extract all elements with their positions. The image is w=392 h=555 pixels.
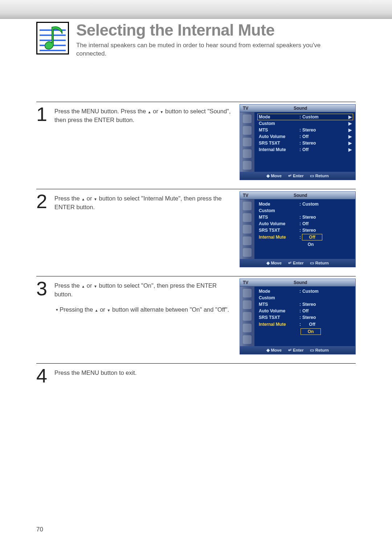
up-arrow-icon: ▲	[81, 197, 85, 201]
osd-row-mts: MTS : Stereo ▶	[257, 127, 353, 133]
down-arrow-icon: ▼	[107, 308, 110, 312]
osd-screenshot-3: TV Sound Mode:Custom Custom MTS:Stereo A…	[240, 279, 356, 355]
osd-row-mts: MTS:Stereo	[257, 214, 353, 220]
osd-row-auto-volume: Auto Volume:Off	[257, 220, 353, 227]
up-arrow-icon: ▲	[81, 284, 85, 288]
side-icon	[243, 149, 252, 158]
side-icon	[243, 126, 252, 135]
osd-row-internal-mute: Internal Mute : Off	[257, 234, 353, 241]
osd-row-on-option: On	[257, 328, 353, 335]
osd-screenshot-2: TV Sound Mode:Custom Custom MTS:Stereo A…	[240, 191, 356, 267]
osd-row-srs: SRS TSXT:Stereo	[257, 314, 353, 321]
up-arrow-icon: ▲	[95, 308, 98, 312]
step-text: Press the MENU button to exit.	[54, 366, 356, 377]
osd-title: Sound	[248, 106, 352, 111]
step-number: 2	[36, 191, 54, 211]
down-arrow-icon: ▼	[94, 284, 97, 288]
osd-row-srs: SRS TSXT : Stereo ▶	[257, 140, 353, 146]
step-1: 1 Press the MENU button. Press the ▲ or …	[36, 102, 356, 180]
osd-row-mode: Mode : Custom ▶	[257, 114, 353, 120]
step-text: Press the ▲ or ▼ button to select "Inter…	[54, 191, 240, 212]
footer-return: Return	[310, 173, 328, 178]
up-arrow-icon: ▲	[148, 110, 151, 114]
side-icon	[243, 138, 252, 146]
osd-row-mts: MTS:Stereo	[257, 301, 353, 308]
side-icon	[243, 161, 252, 170]
step-3: 3 Press the ▲ or ▼ button to select "On"…	[36, 276, 356, 355]
page-number: 70	[36, 526, 43, 533]
step-2: 2 Press the ▲ or ▼ button to select "Int…	[36, 189, 356, 267]
step-text: Press the ▲ or ▼ button to select "On", …	[54, 279, 240, 314]
osd-row-custom: Custom	[257, 207, 353, 214]
osd-row-internal-mute: Internal Mute : Off ▶	[257, 146, 353, 153]
osd-row-internal-mute: Internal Mute : Off	[257, 321, 353, 328]
osd-screenshot-1: TV Sound Mode : Cus	[240, 104, 356, 180]
step-text: Press the MENU button. Press the ▲ or ▼ …	[54, 104, 240, 125]
option-on: On	[301, 329, 320, 335]
page-title: Selecting the Internal Mute	[76, 21, 338, 39]
osd-tv-label: TV	[243, 106, 248, 111]
side-icon	[243, 114, 252, 123]
step-number: 4	[36, 366, 54, 385]
option-off: Off	[302, 234, 322, 240]
option-on: On	[301, 242, 320, 247]
footer-enter: Enter	[288, 173, 304, 178]
step-number: 1	[36, 104, 54, 124]
page-description: The internal speakers can be muted in or…	[76, 41, 338, 58]
osd-row-custom: Custom ▶	[257, 120, 353, 127]
osd-row-on-option: On	[257, 241, 353, 248]
osd-row-custom: Custom	[257, 295, 353, 301]
osd-row-srs: SRS TSXT:Stereo	[257, 227, 353, 234]
music-note-icon	[36, 22, 69, 54]
osd-row-mode: Mode:Custom	[257, 201, 353, 207]
down-arrow-icon: ▼	[94, 197, 97, 201]
osd-row-auto-volume: Auto Volume:Off	[257, 308, 353, 314]
osd-row-mode: Mode:Custom	[257, 288, 353, 295]
osd-row-auto-volume: Auto Volume : Off ▶	[257, 133, 353, 140]
step-4: 4 Press the MENU button to exit.	[36, 363, 356, 385]
down-arrow-icon: ▼	[160, 110, 164, 114]
option-off: Off	[302, 321, 322, 327]
step-number: 3	[36, 279, 54, 298]
footer-move: Move	[266, 173, 282, 178]
